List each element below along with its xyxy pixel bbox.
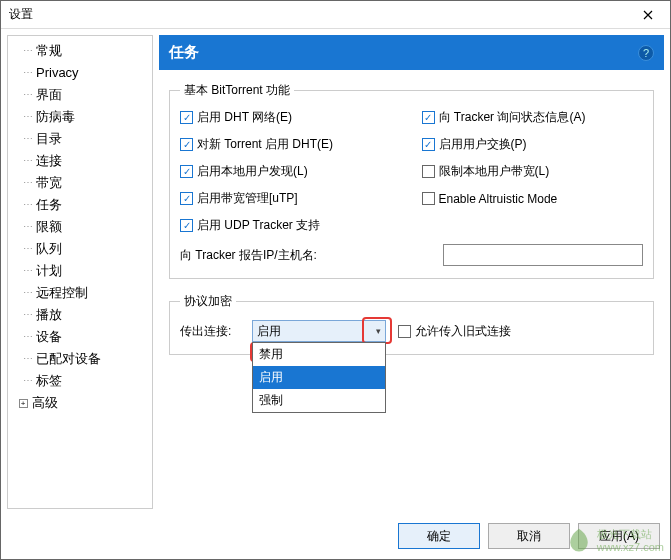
label-new-dht: 对新 Torrent 启用 DHT(E)	[197, 136, 333, 153]
checkbox-tracker-status[interactable]	[422, 111, 435, 124]
label-dht: 启用 DHT 网络(E)	[197, 109, 292, 126]
chevron-down-icon: ▾	[376, 326, 381, 336]
settings-window: 设置 ⋯常规 ⋯Privacy ⋯界面 ⋯防病毒 ⋯目录 ⋯连接 ⋯带宽 ⋯任务…	[0, 0, 671, 560]
sidebar-item-directory[interactable]: ⋯目录	[10, 128, 150, 150]
close-button[interactable]	[628, 2, 668, 28]
label-udp-tracker: 启用 UDP Tracker 支持	[197, 217, 320, 234]
option-force[interactable]: 强制	[253, 389, 385, 412]
content-area: ⋯常规 ⋯Privacy ⋯界面 ⋯防病毒 ⋯目录 ⋯连接 ⋯带宽 ⋯任务 ⋯限…	[1, 29, 670, 515]
option-enable[interactable]: 启用	[253, 366, 385, 389]
sidebar-item-schedule[interactable]: ⋯计划	[10, 260, 150, 282]
label-limit-lpd: 限制本地用户带宽(L)	[439, 163, 550, 180]
window-title: 设置	[9, 6, 33, 23]
main-panel: 任务 ? 基本 BitTorrent 功能 启用 DHT 网络(E) 向 Tra…	[159, 35, 664, 509]
label-pex: 启用用户交换(P)	[439, 136, 527, 153]
apply-button[interactable]: 应用(A)	[578, 523, 660, 549]
label-tracker-ip: 向 Tracker 报告IP/主机名:	[180, 247, 317, 264]
titlebar: 设置	[1, 1, 670, 29]
option-disable[interactable]: 禁用	[253, 343, 385, 366]
sidebar-item-connection[interactable]: ⋯连接	[10, 150, 150, 172]
label-legacy: 允许传入旧式连接	[415, 323, 511, 340]
group-encryption-legend: 协议加密	[180, 293, 236, 310]
label-tracker-status: 向 Tracker 询问状态信息(A)	[439, 109, 586, 126]
group-bittorrent: 基本 BitTorrent 功能 启用 DHT 网络(E) 向 Tracker …	[169, 82, 654, 279]
label-lpd: 启用本地用户发现(L)	[197, 163, 308, 180]
checkbox-udp-tracker[interactable]	[180, 219, 193, 232]
sidebar-item-antivirus[interactable]: ⋯防病毒	[10, 106, 150, 128]
checkbox-new-dht[interactable]	[180, 138, 193, 151]
combo-outgoing-value: 启用	[257, 323, 281, 340]
dropdown-outgoing: 禁用 启用 强制	[252, 342, 386, 413]
close-icon	[643, 10, 653, 20]
sidebar-item-labels[interactable]: ⋯标签	[10, 370, 150, 392]
sidebar: ⋯常规 ⋯Privacy ⋯界面 ⋯防病毒 ⋯目录 ⋯连接 ⋯带宽 ⋯任务 ⋯限…	[7, 35, 153, 509]
label-outgoing: 传出连接:	[180, 323, 240, 340]
cancel-button[interactable]: 取消	[488, 523, 570, 549]
ok-button[interactable]: 确定	[398, 523, 480, 549]
sidebar-item-bandwidth[interactable]: ⋯带宽	[10, 172, 150, 194]
checkbox-pex[interactable]	[422, 138, 435, 151]
group-bittorrent-legend: 基本 BitTorrent 功能	[180, 82, 294, 99]
label-utp: 启用带宽管理[uTP]	[197, 190, 298, 207]
label-altruistic: Enable Altruistic Mode	[439, 192, 558, 206]
group-encryption: 协议加密 传出连接: 启用 ▾ 允许传入旧式连接	[169, 293, 654, 355]
checkbox-dht[interactable]	[180, 111, 193, 124]
sidebar-item-queue[interactable]: ⋯队列	[10, 238, 150, 260]
checkbox-legacy[interactable]	[398, 325, 411, 338]
panel-body: 基本 BitTorrent 功能 启用 DHT 网络(E) 向 Tracker …	[159, 70, 664, 509]
checkbox-utp[interactable]	[180, 192, 193, 205]
combo-outgoing[interactable]: 启用 ▾	[252, 320, 386, 342]
expand-icon[interactable]: +	[16, 396, 30, 410]
sidebar-item-remote[interactable]: ⋯远程控制	[10, 282, 150, 304]
panel-title: 任务	[169, 43, 199, 62]
help-icon[interactable]: ?	[638, 45, 654, 61]
panel-header: 任务 ?	[159, 35, 664, 70]
button-bar: 确定 取消 应用(A)	[1, 515, 670, 559]
sidebar-item-devices[interactable]: ⋯设备	[10, 326, 150, 348]
sidebar-item-privacy[interactable]: ⋯Privacy	[10, 62, 150, 84]
sidebar-item-ui[interactable]: ⋯界面	[10, 84, 150, 106]
sidebar-item-task[interactable]: ⋯任务	[10, 194, 150, 216]
sidebar-item-general[interactable]: ⋯常规	[10, 40, 150, 62]
sidebar-item-advanced[interactable]: +高级	[10, 392, 150, 414]
input-tracker-ip[interactable]	[443, 244, 643, 266]
sidebar-item-playback[interactable]: ⋯播放	[10, 304, 150, 326]
checkbox-limit-lpd[interactable]	[422, 165, 435, 178]
sidebar-item-quota[interactable]: ⋯限额	[10, 216, 150, 238]
checkbox-altruistic[interactable]	[422, 192, 435, 205]
checkbox-lpd[interactable]	[180, 165, 193, 178]
sidebar-item-paired[interactable]: ⋯已配对设备	[10, 348, 150, 370]
